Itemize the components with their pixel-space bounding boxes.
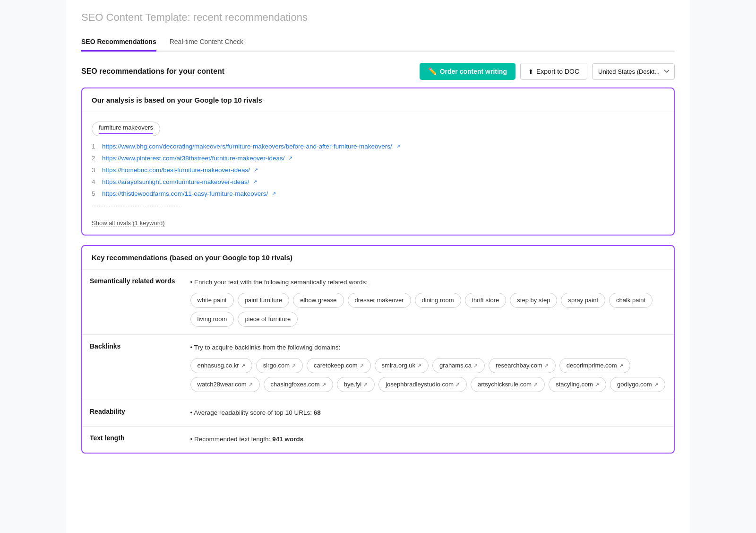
- edit-icon: ✏️: [428, 67, 437, 76]
- page-title: SEO Content Template: recent recommendat…: [81, 11, 675, 24]
- external-link-icon-1: ↗: [396, 143, 400, 149]
- readability-label: Readability: [82, 400, 183, 427]
- rivals-list: 1 https://www.bhg.com/decorating/makeove…: [92, 143, 664, 197]
- rivals-card-body: furniture makeovers 1 https://www.bhg.co…: [82, 112, 674, 235]
- domain-tag[interactable]: enhasusg.co.kr ↗: [190, 358, 252, 373]
- external-link-icon-5: ↗: [272, 191, 276, 197]
- keyword-tag[interactable]: furniture makeovers: [92, 122, 160, 136]
- word-tag: spray paint: [561, 293, 605, 308]
- rival-link-3[interactable]: https://homebnc.com/best-furniture-makeo…: [102, 166, 250, 174]
- domain-tag[interactable]: watch28wear.com ↗: [190, 377, 260, 392]
- word-tag: white paint: [190, 293, 234, 308]
- backlinks-domains-tags: enhasusg.co.kr ↗sirgo.com ↗caretokeep.co…: [190, 358, 666, 392]
- external-link-icon-3: ↗: [254, 167, 258, 173]
- rival-link-2[interactable]: https://www.pinterest.com/at38thstreet/f…: [102, 155, 284, 162]
- external-link-icon: ↗: [249, 380, 253, 389]
- text-length-value: 941 words: [272, 436, 303, 443]
- faded-rivals: ········································…: [92, 202, 664, 209]
- external-link-icon: ↗: [292, 361, 296, 370]
- section-main-title: SEO recommendations for your content: [81, 67, 224, 76]
- rival-link-1[interactable]: https://www.bhg.com/decorating/makeovers…: [102, 143, 392, 150]
- word-tag: elbow grease: [293, 293, 344, 308]
- domain-tag[interactable]: josephbradleystudio.com ↗: [378, 377, 467, 392]
- rival-link-5[interactable]: https://thistlewoodfarms.com/11-easy-fur…: [102, 190, 268, 197]
- word-tag: chalk paint: [609, 293, 653, 308]
- domain-tag[interactable]: researchbay.com ↗: [489, 358, 556, 373]
- region-select[interactable]: United States (Deskt...: [592, 63, 675, 80]
- rival-item-4: 4 https://arayofsunlight.com/furniture-m…: [92, 178, 664, 185]
- external-link-icon: ↗: [455, 380, 460, 389]
- text-length-label: Text length: [82, 427, 183, 453]
- header-actions: ✏️ Order content writing ⬆ Export to DOC…: [420, 63, 675, 80]
- rival-item-2: 2 https://www.pinterest.com/at38thstreet…: [92, 155, 664, 162]
- domain-tag[interactable]: smira.org.uk ↗: [375, 358, 429, 373]
- backlinks-label: Backlinks: [82, 335, 183, 400]
- export-to-doc-button[interactable]: ⬆ Export to DOC: [520, 63, 587, 80]
- external-link-icon: ↗: [322, 380, 326, 389]
- rivals-card-header: Our analysis is based on your Google top…: [82, 88, 674, 112]
- external-link-icon: ↗: [533, 380, 538, 389]
- backlinks-intro: • Try to acquire backlinks from the foll…: [190, 342, 666, 353]
- tab-seo-recommendations[interactable]: SEO Recommendations: [81, 33, 156, 52]
- external-link-icon-2: ↗: [288, 155, 292, 161]
- semantically-related-row: Semantically related words • Enrich your…: [82, 270, 674, 335]
- word-tag: thrift store: [465, 293, 507, 308]
- section-header-row: SEO recommendations for your content ✏️ …: [81, 63, 675, 80]
- external-link-icon: ↗: [544, 361, 549, 370]
- export-icon: ⬆: [528, 68, 533, 75]
- domain-tag[interactable]: bye.fyi ↗: [337, 377, 375, 392]
- external-link-icon: ↗: [360, 361, 364, 370]
- domain-tag[interactable]: stacyling.com ↗: [549, 377, 606, 392]
- rival-link-4[interactable]: https://arayofsunlight.com/furniture-mak…: [102, 178, 249, 185]
- key-rec-card-header: Key recommendations (based on your Googl…: [82, 246, 674, 270]
- semantically-related-intro: • Enrich your text with the following se…: [190, 277, 666, 288]
- external-link-icon-4: ↗: [253, 179, 257, 185]
- rivals-card: Our analysis is based on your Google top…: [81, 87, 675, 236]
- word-tag: dresser makeover: [348, 293, 411, 308]
- domain-tag[interactable]: godiygo.com ↗: [610, 377, 665, 392]
- backlinks-content: • Try to acquire backlinks from the foll…: [183, 335, 674, 400]
- semantically-related-content: • Enrich your text with the following se…: [183, 270, 674, 335]
- tabs-bar: SEO Recommendations Real-time Content Ch…: [81, 33, 675, 52]
- domain-tag[interactable]: grahams.ca ↗: [432, 358, 485, 373]
- domain-tag[interactable]: chasingfoxes.com ↗: [264, 377, 333, 392]
- word-tag: step by step: [510, 293, 557, 308]
- word-tag: dining room: [415, 293, 461, 308]
- readability-row: Readability • Average readability score …: [82, 400, 674, 427]
- word-tag: piece of furniture: [238, 312, 298, 327]
- external-link-icon: ↗: [619, 361, 623, 370]
- external-link-icon: ↗: [241, 361, 245, 370]
- domain-tag[interactable]: sirgo.com ↗: [256, 358, 303, 373]
- rival-item-5: 5 https://thistlewoodfarms.com/11-easy-f…: [92, 190, 664, 197]
- word-tag: paint furniture: [238, 293, 290, 308]
- key-recommendations-card: Key recommendations (based on your Googl…: [81, 245, 675, 454]
- word-tag: living room: [190, 312, 234, 327]
- external-link-icon: ↗: [595, 380, 599, 389]
- text-length-row: Text length • Recommended text length: 9…: [82, 427, 674, 453]
- order-content-writing-button[interactable]: ✏️ Order content writing: [420, 63, 515, 80]
- tab-realtime-content-check[interactable]: Real-time Content Check: [170, 33, 243, 52]
- external-link-icon: ↗: [473, 361, 478, 370]
- domain-tag[interactable]: caretokeep.com ↗: [307, 358, 371, 373]
- backlinks-row: Backlinks • Try to acquire backlinks fro…: [82, 335, 674, 400]
- external-link-icon: ↗: [417, 361, 421, 370]
- external-link-icon: ↗: [654, 380, 658, 389]
- semantically-related-label: Semantically related words: [82, 270, 183, 335]
- semantically-related-tags: white paintpaint furnitureelbow greasedr…: [190, 293, 666, 327]
- readability-score: 68: [314, 409, 321, 416]
- rival-item-1: 1 https://www.bhg.com/decorating/makeove…: [92, 143, 664, 150]
- domain-tag[interactable]: artsychicksrule.com ↗: [471, 377, 545, 392]
- rival-item-3: 3 https://homebnc.com/best-furniture-mak…: [92, 166, 664, 174]
- external-link-icon: ↗: [363, 380, 368, 389]
- domain-tag[interactable]: decorimprime.com ↗: [559, 358, 630, 373]
- readability-content: • Average readability score of top 10 UR…: [183, 400, 674, 427]
- text-length-content: • Recommended text length: 941 words: [183, 427, 674, 453]
- show-all-rivals-link[interactable]: Show all rivals (1 keyword): [92, 219, 165, 227]
- recommendations-table: Semantically related words • Enrich your…: [82, 270, 674, 453]
